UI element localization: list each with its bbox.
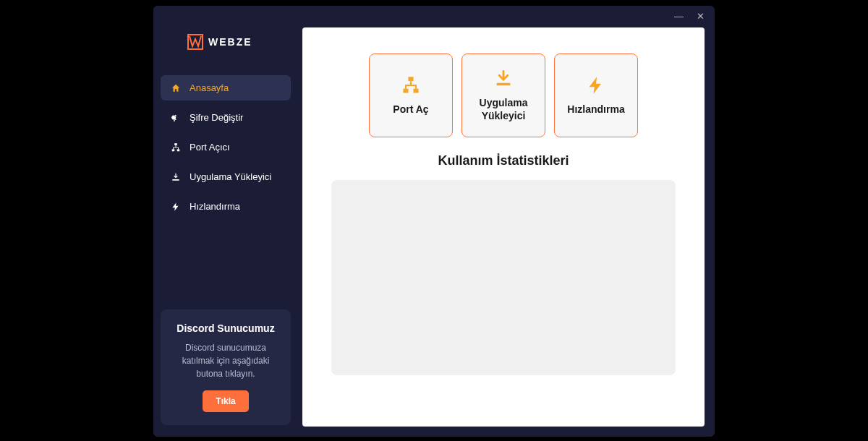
stats-title: Kullanım İstatistikleri: [438, 153, 569, 168]
download-icon: [493, 69, 514, 89]
svg-rect-4: [409, 77, 414, 81]
svg-rect-6: [414, 89, 419, 93]
sidebar-item-hizlandirma[interactable]: Hızlandırma: [161, 194, 291, 219]
logo: WEBZE: [161, 20, 291, 75]
home-icon: [171, 83, 181, 93]
main-content: Port Aç Uygulama Yükleyici Hızlandırma K…: [302, 27, 705, 427]
bolt-icon: [586, 75, 606, 95]
network-icon: [401, 75, 421, 95]
discord-description: Discord sunucumuza katılmak için aşağıda…: [171, 341, 281, 380]
download-icon: [171, 172, 181, 182]
sidebar-item-label: Hızlandırma: [190, 201, 240, 212]
card-uygulama-yukleyici[interactable]: Uygulama Yükleyici: [461, 53, 545, 137]
nav: Anasayfa Şifre Değiştir Port Açıcı Uygul…: [161, 75, 291, 219]
sidebar-item-label: Anasayfa: [190, 82, 229, 93]
card-port-ac[interactable]: Port Aç: [369, 53, 453, 137]
minimize-button[interactable]: —: [674, 12, 684, 21]
card-label: Uygulama Yükleyici: [462, 96, 545, 122]
card-label: Hızlandırma: [561, 103, 630, 116]
sidebar-item-label: Port Açıcı: [190, 142, 230, 153]
app-window: — ✕ WEBZE Anasayfa: [153, 6, 715, 437]
sidebar-item-label: Şifre Değiştir: [190, 112, 243, 123]
key-icon: [171, 113, 181, 123]
action-cards: Port Aç Uygulama Yükleyici Hızlandırma: [369, 53, 638, 137]
close-button[interactable]: ✕: [697, 12, 705, 21]
logo-icon: [187, 33, 204, 51]
bolt-icon: [171, 202, 181, 212]
sidebar-item-uygulama-yukleyici[interactable]: Uygulama Yükleyici: [161, 164, 291, 189]
svg-rect-2: [172, 149, 175, 151]
sidebar-item-anasayfa[interactable]: Anasayfa: [161, 75, 291, 100]
svg-rect-5: [404, 89, 409, 93]
svg-rect-3: [177, 149, 180, 151]
sidebar-item-sifre-degistir[interactable]: Şifre Değiştir: [161, 105, 291, 130]
network-icon: [171, 142, 181, 153]
titlebar: — ✕: [674, 6, 715, 26]
sidebar-item-label: Uygulama Yükleyici: [190, 171, 271, 182]
sidebar-item-port-acici[interactable]: Port Açıcı: [161, 134, 291, 160]
card-hizlandirma[interactable]: Hızlandırma: [554, 53, 638, 137]
discord-title: Discord Sunucumuz: [171, 322, 281, 334]
discord-card: Discord Sunucumuz Discord sunucumuza kat…: [161, 309, 291, 425]
stats-panel: [331, 180, 676, 375]
card-label: Port Aç: [387, 103, 434, 116]
sidebar: WEBZE Anasayfa Şifre Değiştir Port Açıcı: [153, 6, 298, 437]
svg-rect-1: [174, 143, 177, 145]
discord-button[interactable]: Tıkla: [203, 390, 248, 412]
logo-text: WEBZE: [208, 36, 252, 48]
